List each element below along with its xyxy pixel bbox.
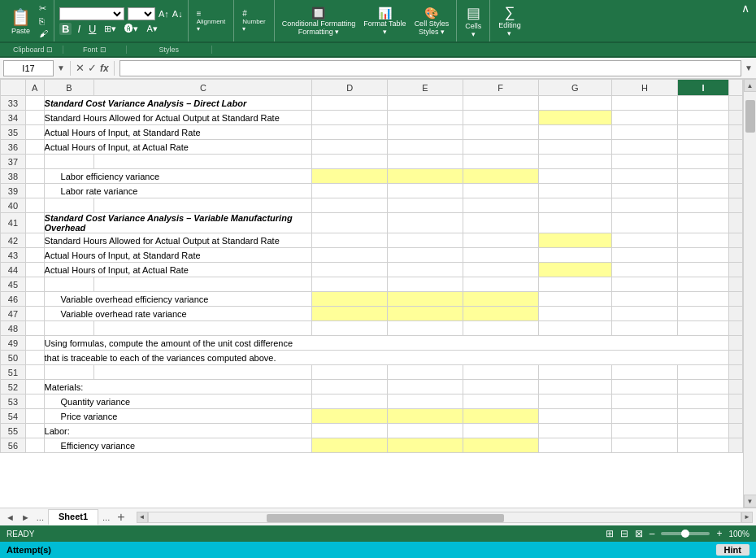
cell-33-a[interactable] [25, 96, 44, 111]
cell-55-e[interactable] [388, 424, 463, 438]
cell-56-bc[interactable]: Efficiency variance [44, 438, 312, 453]
font-size-select[interactable] [128, 7, 155, 20]
cell-54-bc[interactable]: Price variance [44, 409, 312, 424]
cell-55-h[interactable] [612, 424, 677, 438]
row-header-36[interactable]: 36 [1, 140, 26, 155]
cell-44-h[interactable] [612, 263, 677, 277]
cell-51-b[interactable] [44, 365, 94, 380]
zoom-slider[interactable] [661, 532, 710, 535]
row-header-41[interactable]: 41 [1, 213, 26, 233]
cell-40-g[interactable] [538, 198, 612, 213]
cell-42-a[interactable] [25, 233, 44, 248]
row-header-54[interactable]: 54 [1, 409, 26, 424]
col-header-c[interactable]: C [94, 80, 312, 96]
scroll-down-button[interactable]: ▼ [744, 495, 757, 508]
cell-47-bc[interactable]: Variable overhead rate variance [44, 307, 312, 321]
cell-45-g[interactable] [538, 277, 612, 292]
cell-55-i[interactable] [677, 424, 729, 438]
col-header-e[interactable]: E [388, 80, 463, 96]
cell-44-g[interactable] [538, 263, 612, 277]
paste-button[interactable]: 📋 Paste [7, 6, 35, 37]
cell-46-f[interactable] [463, 292, 538, 307]
row-header-42[interactable]: 42 [1, 233, 26, 248]
cell-48-f[interactable] [463, 321, 538, 336]
cell-44-e[interactable] [388, 263, 463, 277]
cell-37-e[interactable] [388, 155, 463, 169]
format-painter-button[interactable]: 🖌 [37, 28, 50, 39]
formula-input[interactable] [119, 60, 742, 76]
tab-more-right[interactable]: ... [100, 512, 112, 522]
cell-35-d[interactable] [312, 125, 388, 140]
cell-43-g[interactable] [538, 248, 612, 263]
tab-more-left[interactable]: ... [34, 512, 46, 522]
cell-53-e[interactable] [388, 395, 463, 409]
cell-54-h[interactable] [612, 409, 677, 424]
cell-37-b[interactable] [44, 155, 94, 169]
cell-37-f[interactable] [463, 155, 538, 169]
row-header-46[interactable]: 46 [1, 292, 26, 307]
cell-40-e[interactable] [388, 198, 463, 213]
cell-44-a[interactable] [25, 263, 44, 277]
cell-55-d[interactable] [312, 424, 388, 438]
cell-46-g[interactable] [538, 292, 612, 307]
col-header-a[interactable]: A [25, 80, 44, 96]
underline-button[interactable]: U [86, 23, 98, 35]
cell-35-e[interactable] [388, 125, 463, 140]
cell-53-a[interactable] [25, 395, 44, 409]
col-header-d[interactable]: D [312, 80, 388, 96]
cell-56-e[interactable] [388, 438, 463, 453]
cell-53-h[interactable] [612, 395, 677, 409]
cell-43-e[interactable] [388, 248, 463, 263]
cancel-icon[interactable]: ✕ [76, 62, 85, 74]
cell-51-f[interactable] [463, 365, 538, 380]
row-header-48[interactable]: 48 [1, 321, 26, 336]
cell-48-e[interactable] [388, 321, 463, 336]
cell-39-i[interactable] [677, 184, 729, 198]
scroll-thumb-v[interactable] [745, 100, 755, 133]
cell-48-h[interactable] [612, 321, 677, 336]
cell-38-a[interactable] [25, 169, 44, 184]
cell-50-a[interactable] [25, 351, 44, 365]
cell-40-f[interactable] [463, 198, 538, 213]
col-header-b[interactable]: B [44, 80, 94, 96]
vertical-scrollbar[interactable]: ▲ ▼ [743, 79, 756, 508]
number-button[interactable]: # Number ▾ [239, 7, 268, 34]
cell-39-f[interactable] [463, 184, 538, 198]
cell-36-f[interactable] [463, 140, 538, 155]
cell-34-e[interactable] [388, 111, 463, 125]
cell-41-f[interactable] [463, 213, 538, 233]
cell-43-h[interactable] [612, 248, 677, 263]
view-page-break-button[interactable]: ⊠ [635, 528, 643, 539]
cell-53-bc[interactable]: Quantity variance [44, 395, 312, 409]
cell-41-a[interactable] [25, 213, 44, 233]
cell-45-e[interactable] [388, 277, 463, 292]
cell-49-bc[interactable]: Using formulas, compute the amount of th… [44, 336, 729, 351]
cell-37-c[interactable] [94, 155, 312, 169]
view-normal-button[interactable]: ⊞ [606, 528, 614, 539]
tab-next-button[interactable]: ► [19, 512, 33, 522]
cell-48-c[interactable] [94, 321, 312, 336]
cell-50-bc[interactable]: that is traceable to each of the varianc… [44, 351, 729, 365]
cell-reference-input[interactable]: I17 [3, 60, 54, 76]
formula-bar-dropdown[interactable]: ▼ [745, 63, 753, 72]
cell-48-d[interactable] [312, 321, 388, 336]
cell-42-i[interactable] [677, 233, 729, 248]
border-button[interactable]: ⊞▾ [102, 24, 119, 34]
cell-34-a[interactable] [25, 111, 44, 125]
cell-47-e[interactable] [388, 307, 463, 321]
row-header-34[interactable]: 34 [1, 111, 26, 125]
cell-45-b[interactable] [44, 277, 94, 292]
editing-button[interactable]: ∑ Editing ▾ [495, 2, 524, 39]
cell-38-d[interactable] [312, 169, 388, 184]
cell-33-e[interactable] [388, 96, 463, 111]
row-header-45[interactable]: 45 [1, 277, 26, 292]
cell-35-i[interactable] [677, 125, 729, 140]
cell-49-a[interactable] [25, 336, 44, 351]
cell-45-c[interactable] [94, 277, 312, 292]
cell-52-i[interactable] [677, 380, 729, 395]
row-header-50[interactable]: 50 [1, 351, 26, 365]
cell-52-d[interactable] [312, 380, 388, 395]
col-header-f[interactable]: F [463, 80, 538, 96]
cell-45-a[interactable] [25, 277, 44, 292]
cell-35-a[interactable] [25, 125, 44, 140]
